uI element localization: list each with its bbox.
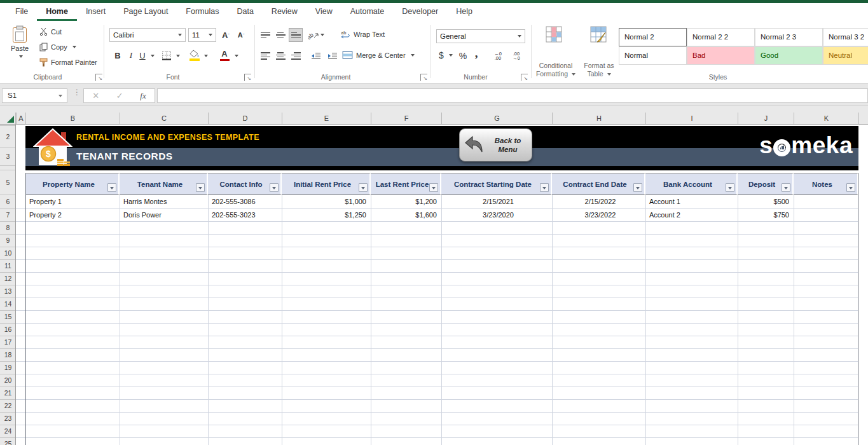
column-header-f[interactable]: F	[371, 113, 441, 124]
cell-initial-rent-price-2[interactable]: $1,250	[282, 209, 370, 221]
align-middle-button[interactable]	[273, 28, 287, 42]
row-header-17[interactable]: 17	[0, 336, 16, 349]
conditional-formatting-label[interactable]: Conditional Formatting	[533, 62, 579, 78]
merge-center-dropdown-arrow[interactable]	[411, 54, 415, 57]
filter-dropdown-contract-starting-date[interactable]	[540, 183, 549, 192]
cell-style-normal-2-3[interactable]: Normal 2 3	[755, 28, 823, 46]
percent-style-button[interactable]: %	[457, 49, 469, 63]
paste-dropdown-arrow[interactable]	[19, 55, 23, 58]
underline-button[interactable]: U	[137, 49, 148, 62]
column-header-d[interactable]: D	[208, 113, 282, 124]
grid-row-10[interactable]	[16, 247, 858, 260]
row-header-3[interactable]: 3	[0, 148, 16, 166]
align-right-button[interactable]	[289, 49, 303, 63]
tab-review[interactable]: Review	[263, 3, 307, 21]
insert-function-icon[interactable]: fx	[140, 91, 146, 101]
align-center-button[interactable]	[273, 49, 287, 63]
accounting-format-button[interactable]: $	[439, 50, 453, 60]
grid-row-11[interactable]	[16, 260, 858, 273]
font-color-button[interactable]: A	[219, 48, 230, 63]
cell-contract-starting-date-2[interactable]: 3/23/2020	[442, 209, 551, 221]
row-header-8[interactable]: 8	[0, 222, 16, 235]
grid-row-22[interactable]	[16, 400, 858, 413]
format-as-table-button[interactable]	[584, 26, 613, 43]
number-format-combo[interactable]: General	[436, 29, 525, 43]
tab-help[interactable]: Help	[447, 3, 481, 21]
align-left-button[interactable]	[258, 49, 272, 63]
tab-insert[interactable]: Insert	[77, 3, 114, 21]
increase-font-button[interactable]: Aˆ	[219, 29, 233, 41]
cell-style-good[interactable]: Good	[755, 46, 823, 65]
decrease-decimal-button[interactable]: .00→0	[508, 49, 525, 63]
enter-icon[interactable]: ✓	[116, 91, 123, 100]
copy-dropdown-arrow[interactable]	[72, 46, 76, 48]
back-to-menu-button[interactable]: Back to Menu	[459, 128, 532, 161]
cell-deposit-1[interactable]: $500	[738, 195, 793, 207]
cell-tenant-name-2[interactable]: Doris Power	[120, 209, 207, 221]
column-header-h[interactable]: H	[552, 113, 645, 124]
cut-button[interactable]: Cut	[39, 27, 62, 36]
cell-contract-end-date-2[interactable]: 3/23/2022	[553, 209, 645, 221]
row-header-5[interactable]: 5	[0, 170, 16, 195]
fill-color-button[interactable]	[188, 48, 201, 63]
column-header-j[interactable]: J	[738, 113, 794, 124]
accounting-dropdown-arrow[interactable]	[449, 54, 453, 57]
filter-dropdown-initial-rent-price[interactable]	[359, 183, 368, 192]
orientation-button[interactable]: ab	[308, 28, 324, 42]
cell-style-neutral[interactable]: Neutral	[823, 46, 868, 65]
cell-bank-account-2[interactable]: Account 2	[646, 209, 737, 221]
row-header-14[interactable]: 14	[0, 298, 16, 311]
cell-last-rent-price-1[interactable]: $1,200	[371, 195, 441, 207]
font-name-combo[interactable]: Calibri	[109, 28, 186, 42]
alignment-dialog-launcher[interactable]: ↘	[420, 74, 427, 81]
decrease-font-button[interactable]: Aˇ	[234, 29, 248, 41]
row-header-22[interactable]: 22	[0, 400, 16, 413]
filter-dropdown-contract-end-date[interactable]	[633, 183, 642, 192]
row-header-23[interactable]: 23	[0, 413, 16, 425]
row-header-19[interactable]: 19	[0, 362, 16, 374]
row-header-15[interactable]: 15	[0, 311, 16, 324]
cell-contact-info-1[interactable]: 202-555-3086	[209, 195, 281, 207]
align-top-button[interactable]	[258, 28, 272, 42]
grid-row-12[interactable]	[16, 273, 858, 285]
clipboard-dialog-launcher[interactable]: ↘	[95, 74, 102, 81]
row-header-4[interactable]	[0, 166, 16, 170]
grid-row-18[interactable]	[16, 349, 858, 362]
row-header-11[interactable]: 11	[0, 260, 16, 273]
grid-row-15[interactable]	[16, 311, 858, 324]
grid-row-16[interactable]	[16, 324, 858, 336]
font-color-dropdown-arrow[interactable]	[235, 55, 238, 57]
cell-last-rent-price-2[interactable]: $1,600	[371, 209, 441, 221]
column-header-k[interactable]: K	[794, 113, 858, 124]
row-header-25[interactable]: 25	[0, 438, 16, 445]
grid-row-24[interactable]	[16, 425, 858, 438]
increase-indent-button[interactable]	[326, 49, 340, 63]
cell-style-normal[interactable]: Normal	[619, 46, 687, 65]
tab-formulas[interactable]: Formulas	[177, 3, 228, 21]
fill-color-dropdown-arrow[interactable]	[204, 55, 208, 57]
tab-home[interactable]: Home	[37, 3, 77, 21]
filter-dropdown-tenant-name[interactable]	[196, 183, 205, 192]
grid-row-19[interactable]	[16, 362, 858, 374]
format-painter-button[interactable]: Format Painter	[39, 58, 97, 67]
row-header-10[interactable]: 10	[0, 247, 16, 260]
paste-button[interactable]: Paste	[6, 25, 33, 80]
cell-bank-account-1[interactable]: Account 1	[646, 195, 737, 207]
row-header-13[interactable]: 13	[0, 285, 16, 298]
cell-style-normal-3-2[interactable]: Normal 3 2	[823, 28, 868, 46]
column-header-c[interactable]: C	[120, 113, 208, 124]
row-header-20[interactable]: 20	[0, 374, 16, 387]
tab-data[interactable]: Data	[228, 3, 262, 21]
underline-dropdown-arrow[interactable]	[151, 55, 155, 57]
grid-row-21[interactable]	[16, 387, 858, 400]
tab-developer[interactable]: Developer	[393, 3, 447, 21]
column-header-g[interactable]: G	[441, 113, 552, 124]
row-header-7[interactable]: 7	[0, 209, 16, 222]
cell-contract-starting-date-1[interactable]: 2/15/2021	[442, 195, 551, 207]
column-header-overflow[interactable]	[858, 113, 868, 124]
bold-button[interactable]: B	[112, 49, 123, 62]
cell-property-name-1[interactable]: Property 1	[26, 195, 119, 207]
cell-deposit-2[interactable]: $750	[738, 209, 793, 221]
cell-property-name-2[interactable]: Property 2	[26, 209, 119, 221]
cell-style-normal-2[interactable]: Normal 2	[619, 28, 687, 46]
